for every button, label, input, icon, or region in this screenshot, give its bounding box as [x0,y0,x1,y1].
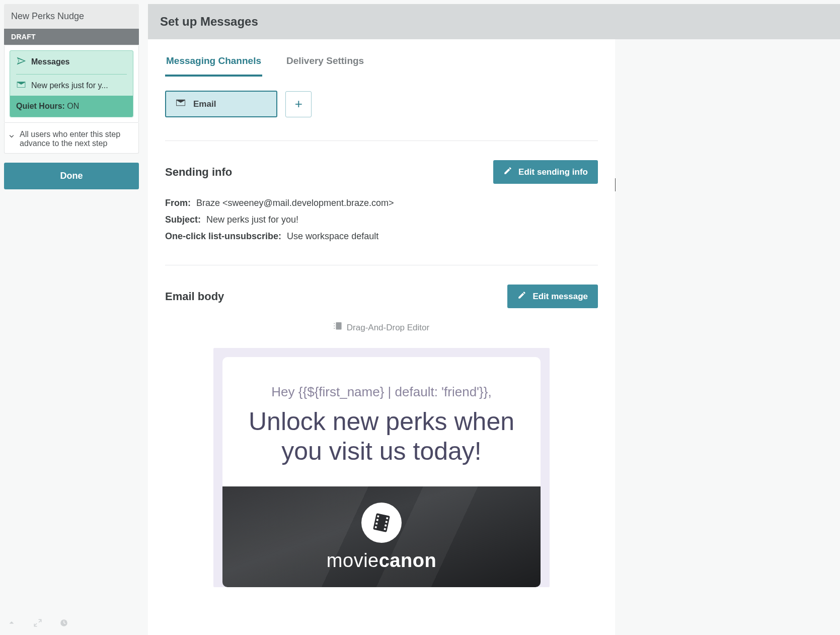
channel-row: Email + [165,91,598,117]
channel-email-label: Email [193,99,216,109]
email-hero: moviecanon [222,486,541,587]
unsubscribe-value: Use workspace default [287,231,378,241]
email-greeting: Hey {{${first_name} | default: 'friend'}… [222,357,541,404]
tab-messaging-channels[interactable]: Messaging Channels [165,52,262,77]
page-header: Set up Messages [148,4,840,39]
paper-plane-icon [16,56,26,68]
plus-icon: + [295,96,302,112]
quiet-hours-label: Quiet Hours: [16,102,65,110]
divider [165,140,598,141]
chevron-up-icon[interactable] [7,618,16,629]
edit-icon [503,166,512,178]
edit-sending-info-label: Edit sending info [518,167,588,177]
subject-row: Subject: New perks just for you! [165,215,598,225]
message-subject-short: New perks just for y... [31,81,108,90]
bottom-toolbar [0,613,68,635]
arrow-down-icon [8,131,16,139]
sidebar: New Perks Nudge DRAFT Messages New perks… [4,4,139,189]
messages-box[interactable]: Messages New perks just for y... Quiet H… [10,50,133,117]
unsubscribe-row: One-click list-unsubscribe: Use workspac… [165,231,598,242]
svg-rect-3 [336,322,341,329]
expand-icon[interactable] [33,618,42,629]
svg-rect-1 [334,325,335,326]
edit-icon [517,291,526,302]
envelope-icon [16,81,26,91]
svg-rect-2 [334,328,335,329]
messages-header[interactable]: Messages [16,56,127,75]
drag-handle-icon [334,322,344,333]
sending-info-header: Sending info Edit sending info [165,160,598,184]
clock-icon[interactable] [59,618,68,629]
tab-delivery-settings[interactable]: Delivery Settings [285,52,365,77]
divider [165,265,598,265]
from-row: From: Braze <sweeney@mail.development.br… [165,198,598,208]
channel-email-chip[interactable]: Email [165,91,277,117]
unsubscribe-label: One-click list-unsubscribe: [165,231,281,241]
sending-info-title: Sending info [165,166,232,179]
edit-message-label: Edit message [532,292,588,302]
advance-note: All users who enter this step advance to… [4,123,139,154]
from-value: Braze <sweeney@mail.development.braze.co… [196,198,394,208]
add-channel-button[interactable]: + [285,91,312,117]
envelope-icon [175,99,186,109]
message-item[interactable]: New perks just for y... [16,75,127,96]
email-body-header: Email body Edit message [165,285,598,308]
page-title: Set up Messages [160,15,258,29]
text-cursor [615,178,616,191]
tab-bar: Messaging Channels Delivery Settings [165,52,598,77]
email-headline: Unlock new perks when you visit us today… [222,404,541,486]
subject-label: Subject: [165,215,201,225]
messages-card: Messages New perks just for y... Quiet H… [4,45,139,123]
status-badge: DRAFT [4,29,139,45]
email-body-title: Email body [165,290,224,303]
quiet-hours-state: ON [67,102,79,110]
subject-value: New perks just for you! [206,215,298,225]
messages-label: Messages [31,57,70,66]
email-card: Hey {{${first_name} | default: 'friend'}… [222,357,541,587]
advance-text: All users who enter this step advance to… [20,130,135,148]
hero-texture [222,486,541,587]
edit-sending-info-button[interactable]: Edit sending info [493,160,598,184]
from-label: From: [165,198,191,208]
quiet-hours-row[interactable]: Quiet Hours: ON [10,96,133,117]
edit-message-button[interactable]: Edit message [507,285,598,308]
main-panel: Messaging Channels Delivery Settings Ema… [148,39,615,635]
email-preview[interactable]: Hey {{${first_name} | default: 'friend'}… [213,348,550,587]
svg-rect-0 [334,323,335,324]
canvas-step-title: New Perks Nudge [4,4,139,29]
editor-type-label: Drag-And-Drop Editor [165,322,598,333]
done-button[interactable]: Done [4,163,139,189]
editor-type-text: Drag-And-Drop Editor [347,323,429,333]
